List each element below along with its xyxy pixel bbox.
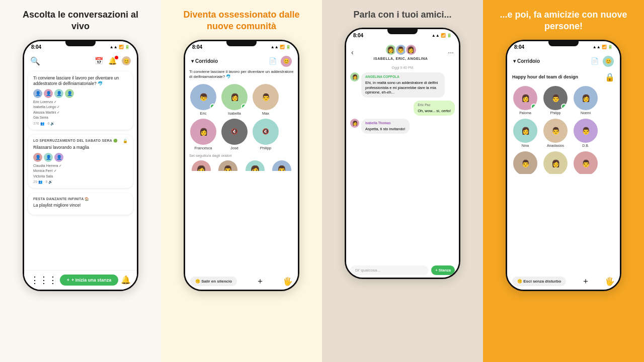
speaker-item: 👩 Isabella xyxy=(220,84,249,116)
conversation-card[interactable]: Ti conviene lasciare il lavoro per diven… xyxy=(28,71,133,130)
friend-avatar: 👨 xyxy=(513,151,537,174)
bell-icon[interactable]: 🔔 xyxy=(108,57,117,65)
status-icons-4: ▲▲ 📶 🔋 xyxy=(593,45,613,49)
avatar: 👤 xyxy=(54,89,63,98)
exit-button[interactable]: 🤫 Esci senza disturbo xyxy=(512,277,566,286)
chat-avatar: 👩 xyxy=(405,44,417,56)
chat-input-field[interactable]: Di' qualcosa... xyxy=(350,265,429,275)
phone1-footer: ⋮⋮⋮ + + Inizia una stanza 🔔 xyxy=(24,270,137,290)
search-icon[interactable]: 🔍 xyxy=(30,56,40,66)
conv-text: Ti conviene lasciare il lavoro per diven… xyxy=(33,75,128,86)
conv-text: Rilassarsi lavorando a maglia xyxy=(33,145,128,150)
chevron-down-icon: ▾ xyxy=(191,58,194,64)
speaker-avatar: 🔇 xyxy=(253,119,279,145)
phone1-content: 🔍 📅 🔔 😊 Ti conviene lasciare il lavoro p… xyxy=(24,53,137,290)
conv-names: Claudia Herrera ✓Monica Ferri ✓Victoria … xyxy=(33,163,128,179)
bubble-text: Oh, wow... sì, certo! xyxy=(418,109,451,113)
conv-header: FESTA DANZANTE INFINITA 🏠 xyxy=(33,197,128,201)
friend-avatar: 👩 xyxy=(513,86,537,110)
conv-stats: 376 👥 · 6 🔊 xyxy=(33,122,128,126)
calendar-icon[interactable]: 📅 xyxy=(95,57,103,65)
community-message: Ti conviene lasciare il lavoro per diven… xyxy=(189,69,294,80)
bubble-sender: Isabella Thomas xyxy=(365,121,406,125)
back-button[interactable]: ‹ xyxy=(351,48,354,56)
phone-notch xyxy=(226,41,257,46)
hand-icon[interactable]: 🖐 xyxy=(283,277,293,286)
avatar: 👤 xyxy=(65,89,74,98)
document-icon[interactable]: 📄 xyxy=(269,57,277,65)
phone2-scroll: Ti conviene lasciare il lavoro per diven… xyxy=(185,69,298,171)
panel-conversations: Ascolta le conversazioni al vivo 8:04 ▲▲… xyxy=(0,0,161,362)
listener-item: 👩 Angelina xyxy=(189,160,213,171)
message-avatar: 👩 xyxy=(350,119,359,128)
avatar: 👤 xyxy=(44,153,53,162)
conversation-card[interactable]: LO SFERRUZZAMENTO DEL SABATO SERA 🟢 🔒 Ri… xyxy=(28,135,133,189)
conv-header: LO SFERRUZZAMENTO DEL SABATO SERA 🟢 🔒 xyxy=(33,139,128,143)
status-icons-1: ▲▲ 📶 🔋 xyxy=(110,45,130,49)
status-icons-3: ▲▲ 📶 🔋 xyxy=(432,33,452,38)
plus-icon: + xyxy=(67,278,69,283)
panel-1-title: Ascolta le conversazioni al vivo xyxy=(13,9,148,33)
message-avatar: 👩 xyxy=(350,72,359,81)
header-actions: 📄 😊 xyxy=(269,56,292,67)
time-2: 8:04 xyxy=(192,44,202,50)
bell-icon[interactable]: 🔔 xyxy=(121,275,131,285)
conv-text: La playlist migliore vince! xyxy=(33,203,128,208)
friend-name: Noemi xyxy=(581,111,591,115)
chat-bubble: Isabella Thomas Aspetta, ti sto invitand… xyxy=(361,119,410,134)
conv-label: LO SFERRUZZAMENTO DEL SABATO SERA 🟢 xyxy=(33,139,118,143)
plus-icon[interactable]: ＋ xyxy=(256,276,264,287)
friend-name: D.B. xyxy=(582,144,589,147)
friend-item: 👩 Nina xyxy=(512,119,538,147)
listener-avatar: 👨 xyxy=(272,160,291,171)
user-avatar[interactable]: 😊 xyxy=(281,56,292,67)
phone4-header: ▾ Corridoio 📄 😊 xyxy=(507,53,620,69)
speaker-avatar: 👩 xyxy=(221,84,248,110)
document-icon[interactable]: 📄 xyxy=(591,57,599,65)
conversation-card[interactable]: FESTA DANZANTE INFINITA 🏠 La playlist mi… xyxy=(28,193,133,215)
plus-icon[interactable]: ＋ xyxy=(582,276,590,287)
speakers-grid: 👦 Eric 👩 Isabella 👨 xyxy=(189,84,294,116)
phone-1: 8:04 ▲▲ 📶 🔋 🔍 📅 🔔 😊 Ti conviene lasciare… xyxy=(23,40,138,291)
chat-input-area: Di' qualcosa... + Stanza xyxy=(346,263,459,278)
speaker-item: 👩 Francesca xyxy=(189,119,217,150)
speaker-name: Isabella xyxy=(228,111,241,116)
friend-item: 👨 Anastasios xyxy=(542,119,569,147)
speaker-name: Francesca xyxy=(194,146,212,150)
speaker-name: José xyxy=(230,146,238,150)
online-badge xyxy=(241,104,247,110)
corridor-label: ▾ Corridoio xyxy=(191,58,218,64)
avatar: 👤 xyxy=(44,89,53,98)
leave-button[interactable]: 🤫 Salir en silencio xyxy=(190,277,237,286)
lock-icon: 🔒 xyxy=(123,139,128,143)
user-avatar[interactable]: 😊 xyxy=(122,56,131,65)
start-room-button[interactable]: + + Inizia una stanza xyxy=(60,275,119,286)
happy-hour-title: Happy hour del team di design xyxy=(512,74,578,79)
corridor-label-4: ▾ Corridoio xyxy=(513,58,540,64)
hand-icon[interactable]: 🖐 xyxy=(605,277,615,286)
time-1: 8:04 xyxy=(31,44,41,50)
friend-avatar: 👨 xyxy=(543,86,568,110)
panel-3-title: Parla con i tuoi amici... xyxy=(353,9,451,21)
chat-messages: Oggi 9:40 PM 👩 ANGELINA COPPOLA Ehi, in … xyxy=(346,63,459,263)
start-btn-label: + Inizia una stanza xyxy=(71,278,111,283)
chat-bubble-wrapper: 👩 Isabella Thomas Aspetta, ti sto invita… xyxy=(350,119,455,134)
phone-notch xyxy=(387,29,418,34)
online-badge xyxy=(561,104,567,110)
conv-avatars: 👤 👤 👤 👤 xyxy=(33,89,128,98)
listener-avatar: 👩 xyxy=(246,160,265,171)
phone4-footer: 🤫 Esci senza disturbo ＋ 🖐 xyxy=(507,273,620,290)
more-options-button[interactable]: ··· xyxy=(448,48,454,56)
friend-avatar: 👨 xyxy=(574,151,598,174)
stanza-button[interactable]: + Stanza xyxy=(431,265,455,275)
speaker-avatar: 👩 xyxy=(190,119,216,145)
bubble-sender: Eric Paz xyxy=(418,103,451,107)
friend-item: 👩 Paloma xyxy=(512,86,538,115)
phone2-content: ▾ Corridoio 📄 😊 Ti conviene lasciare il … xyxy=(185,53,298,290)
phone-2: 8:04 ▲▲ 📶 🔋 ▾ Corridoio 📄 😊 Ti conviene … xyxy=(184,40,299,291)
grid-icon[interactable]: ⋮⋮⋮ xyxy=(30,275,57,286)
conv-stats: 29 👥 · 8 🔊 xyxy=(33,180,128,184)
friend-name: Anastasios xyxy=(547,144,564,147)
phone2-footer: 🤫 Salir en silencio ＋ 🖐 xyxy=(185,273,298,290)
user-avatar-4[interactable]: 😊 xyxy=(603,56,614,67)
